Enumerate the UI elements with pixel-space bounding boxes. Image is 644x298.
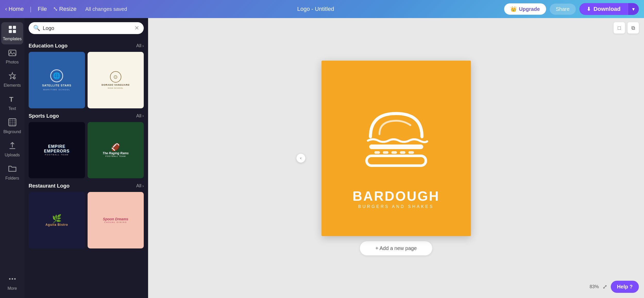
background-label: Bkground <box>3 130 21 134</box>
download-label: Download <box>594 6 621 12</box>
crown-icon: 👑 <box>510 6 517 12</box>
education-template-grid: 🌐 SATELLITE STARS MARITIME SCHOOL ⊙ DORA… <box>29 52 144 108</box>
svg-rect-21 <box>391 151 397 154</box>
templates-icon <box>8 25 16 35</box>
download-dropdown-button[interactable]: ▾ <box>628 3 639 15</box>
more-icon <box>8 275 16 285</box>
templates-label: Templates <box>3 37 22 41</box>
topbar: ‹ Home | File ⤡ Resize All changes saved… <box>0 0 644 18</box>
restaurant-see-all[interactable]: All › <box>136 183 144 189</box>
svg-text:T: T <box>9 95 13 103</box>
logo-canvas[interactable]: BARDOUGH BURGERS AND SHAKES <box>321 61 471 236</box>
see-all-chevron-icon: › <box>142 114 144 118</box>
upgrade-label: Upgrade <box>519 6 540 12</box>
sidebar-item-more[interactable]: More <box>1 272 23 294</box>
template-card-rest1[interactable]: 🌿 Aguila Bistro <box>29 192 85 248</box>
sidebar-icons: Templates Photos Elements <box>0 18 24 298</box>
share-button[interactable]: Share <box>550 4 576 15</box>
sidebar-item-photos[interactable]: Photos <box>1 45 23 68</box>
logo-brand: BARDOUGH BURGERS AND SHAKES <box>352 188 439 209</box>
add-page-button[interactable]: + Add a new page <box>360 241 432 255</box>
svg-rect-4 <box>9 50 16 56</box>
clear-icon[interactable]: ✕ <box>134 25 139 31</box>
svg-point-16 <box>12 278 13 280</box>
elements-icon <box>8 72 16 82</box>
svg-rect-0 <box>9 26 12 29</box>
see-all-chevron-icon: › <box>142 44 144 48</box>
education-section-header: Education Logo All › <box>29 43 144 49</box>
sidebar-item-elements[interactable]: Elements <box>1 69 23 91</box>
template-card-edu2[interactable]: ⊙ DORADO VANGUARD HIGH SCHOOL <box>88 52 144 108</box>
svg-point-17 <box>14 278 16 280</box>
svg-rect-3 <box>13 30 16 33</box>
templates-list: Education Logo All › 🌐 SATELLITE STARS M… <box>24 38 148 298</box>
sidebar-item-templates[interactable]: Templates <box>1 22 23 44</box>
uploads-icon <box>8 141 16 151</box>
see-all-label: All <box>136 113 141 119</box>
svg-rect-20 <box>383 151 388 154</box>
notes-icon: □ <box>618 25 621 31</box>
topbar-center: Logo - Untitled <box>132 6 499 12</box>
sidebar-item-text[interactable]: T Text <box>1 92 23 114</box>
template-card-edu1[interactable]: 🌐 SATELLITE STARS MARITIME SCHOOL <box>29 52 85 108</box>
zoom-level: 83% <box>590 284 599 289</box>
search-bar: 🔍 ✕ <box>29 22 144 34</box>
fullscreen-button[interactable]: ⤢ <box>603 284 607 290</box>
fullscreen-icon: ⤢ <box>603 284 607 290</box>
see-all-chevron-icon: › <box>142 184 144 188</box>
divider: | <box>30 5 31 13</box>
svg-rect-23 <box>408 151 414 154</box>
resize-label: Resize <box>59 6 77 12</box>
education-see-all[interactable]: All › <box>136 43 144 49</box>
photos-icon <box>8 49 16 59</box>
search-icon: 🔍 <box>33 25 40 31</box>
background-icon <box>8 118 16 128</box>
education-section-title: Education Logo <box>29 43 67 49</box>
sidebar-item-background[interactable]: Bkground <box>1 115 23 137</box>
see-all-label: All <box>136 183 141 189</box>
elements-label: Elements <box>4 83 21 88</box>
restaurant-section-title: Restaurant Logo <box>29 183 70 189</box>
sports-template-grid: EMPIREEMPERORS FOOTBALL TEAM 🏈 The Ragin… <box>29 122 144 179</box>
document-title: Logo - Untitled <box>297 6 334 12</box>
upgrade-button[interactable]: 👑 Upgrade <box>504 3 546 15</box>
resize-button[interactable]: ⤡ Resize <box>53 6 77 12</box>
template-card-sport2[interactable]: 🏈 The Raging Rams FOOTBALL TEAM <box>88 122 144 179</box>
help-button[interactable]: Help ? <box>611 281 639 293</box>
canvas-area: □ ⧉ <box>148 18 644 298</box>
download-group: ⬇ Download ▾ <box>579 3 639 15</box>
template-card-sport1[interactable]: EMPIREEMPERORS FOOTBALL TEAM <box>29 122 85 179</box>
template-card-rest2[interactable]: Spoon Dreams CASUAL DINING <box>88 192 144 248</box>
sports-section-title: Sports Logo <box>29 113 59 119</box>
brand-sub: BURGERS AND SHAKES <box>352 204 439 209</box>
notes-tool-button[interactable]: □ <box>614 22 625 34</box>
canvas-bottom-controls: 83% ⤢ Help ? <box>590 281 639 293</box>
sidebar-item-folders[interactable]: Folders <box>1 162 23 184</box>
uploads-label: Uploads <box>5 153 20 157</box>
resize-icon: ⤡ <box>53 6 58 12</box>
download-icon: ⬇ <box>587 6 591 12</box>
hide-panel-button[interactable]: ‹ <box>296 154 306 163</box>
burger-logo-svg <box>355 88 437 186</box>
home-button[interactable]: ‹ Home <box>5 6 24 12</box>
share-label: Share <box>556 6 570 12</box>
file-button[interactable]: File <box>38 6 47 12</box>
copy-tool-button[interactable]: ⧉ <box>628 22 639 34</box>
download-button[interactable]: ⬇ Download <box>579 3 628 15</box>
sports-see-all[interactable]: All › <box>136 113 144 119</box>
svg-point-15 <box>9 278 11 280</box>
folders-label: Folders <box>5 176 19 181</box>
hide-panel-icon: ‹ <box>300 156 301 160</box>
main-layout: Templates Photos Elements <box>0 18 644 298</box>
saved-status: All changes saved <box>85 6 127 12</box>
folders-icon <box>8 165 16 175</box>
svg-rect-19 <box>374 151 380 154</box>
chevron-down-icon: ▾ <box>632 6 635 12</box>
photos-label: Photos <box>6 60 19 65</box>
canvas-toolbar: □ ⧉ <box>614 22 639 34</box>
templates-panel: 🔍 ✕ Education Logo All › 🌐 SATELLITE S <box>24 18 148 298</box>
search-input[interactable] <box>43 25 132 31</box>
restaurant-section-header: Restaurant Logo All › <box>29 183 144 189</box>
svg-rect-18 <box>369 144 423 149</box>
sidebar-item-uploads[interactable]: Uploads <box>1 138 23 160</box>
